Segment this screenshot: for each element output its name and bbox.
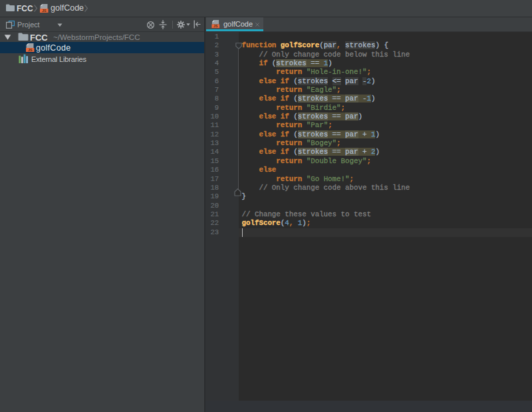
svg-text:JS: JS: [28, 48, 33, 52]
svg-text:JS: JS: [42, 9, 47, 13]
svg-text:JS: JS: [213, 24, 218, 28]
